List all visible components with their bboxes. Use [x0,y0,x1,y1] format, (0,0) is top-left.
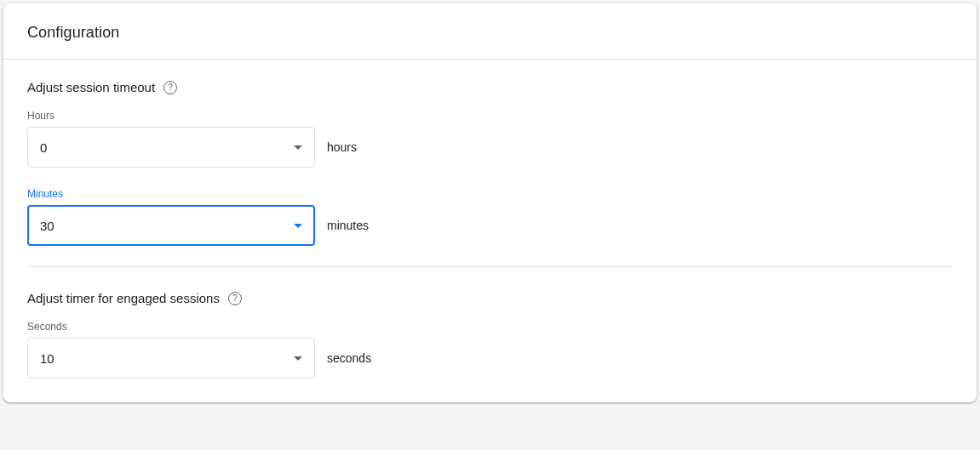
minutes-select[interactable]: 30 [27,205,315,246]
hours-unit: hours [327,140,357,154]
minutes-value: 30 [40,219,54,233]
seconds-label: Seconds [27,321,953,333]
minutes-row: 30 minutes [27,205,953,246]
hours-row: 0 hours [27,127,953,168]
hours-label: Hours [27,110,953,122]
seconds-field: Seconds 10 seconds [27,321,953,379]
seconds-unit: seconds [327,351,371,365]
minutes-label: Minutes [27,188,953,200]
session-timeout-section-title: Adjust session timeout ? [27,80,953,94]
hours-field: Hours 0 hours [27,110,953,168]
minutes-unit: minutes [327,219,369,232]
section-divider [27,266,953,267]
help-icon[interactable]: ? [228,292,242,305]
chevron-down-icon [294,145,302,150]
hours-value: 0 [40,140,47,155]
session-timeout-title: Adjust session timeout [27,80,155,94]
card-title: Configuration [27,24,953,42]
help-icon[interactable]: ? [163,81,177,94]
minutes-field: Minutes 30 minutes [27,188,953,246]
engaged-timer-title: Adjust timer for engaged sessions [27,291,220,305]
card-header: Configuration [3,3,977,60]
seconds-value: 10 [40,351,54,366]
engaged-timer-section-title: Adjust timer for engaged sessions ? [27,291,953,305]
hours-select[interactable]: 0 [27,127,315,168]
seconds-row: 10 seconds [27,338,953,379]
chevron-down-icon [294,224,302,228]
card-body: Adjust session timeout ? Hours 0 hours M… [3,60,977,402]
configuration-card: Configuration Adjust session timeout ? H… [3,3,977,402]
chevron-down-icon [294,356,302,361]
seconds-select[interactable]: 10 [27,338,315,379]
